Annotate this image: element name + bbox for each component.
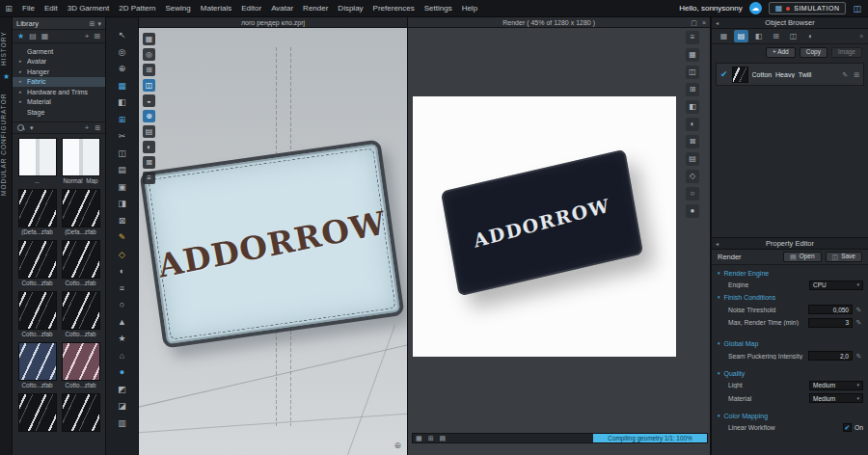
viewport-tool-icon[interactable]: ◫ [143,79,155,92]
menu-settings[interactable]: Settings [420,0,457,17]
collapse-panel-icon[interactable]: ◂ [716,20,719,26]
menu-render[interactable]: Render [298,0,333,17]
viewport-tool-icon[interactable]: ◎ [143,48,155,61]
close-window-icon[interactable]: × [702,19,706,26]
fabric-thumbnail[interactable] [18,189,57,228]
render-tool-icon[interactable]: ⊠ [686,135,699,148]
simulation-button[interactable]: ▦ SIMULATION [769,2,847,14]
section-collapse-icon[interactable]: ▾ [718,414,720,418]
viewport-canvas[interactable]: ▦ ◎ ⊞ ◫ ◒ ⊕ ▤ ◐ ⊠ ≡ ADDORROW ⊕ [139,28,407,455]
viewport-tool-icon[interactable]: ◐ [143,141,155,153]
viewport-tool-icon[interactable]: ⊠ [143,156,155,169]
section-collapse-icon[interactable]: ▾ [718,341,720,346]
library-item[interactable]: Cotto...zfab [17,291,57,340]
image-button[interactable]: Image [831,47,862,58]
library-item[interactable]: (Defa...zfab [61,189,100,238]
render-settings-icon[interactable]: ≡ [686,31,699,44]
history-tab[interactable]: HISTORY [0,23,13,73]
engine-select[interactable]: CPU ▾ [809,281,863,290]
library-item[interactable]: Cotto...zfab [17,240,57,289]
menu-editor[interactable]: Editor [236,0,266,17]
section-render-engine[interactable]: ▾ Render Engine [712,267,868,279]
menu-file[interactable]: File [17,0,40,17]
render-status-icon[interactable]: ▤ [440,435,447,442]
noise-threshold-input[interactable]: 0,050 [808,305,853,314]
library-item[interactable]: ... [17,138,57,187]
library-item[interactable] [61,393,100,442]
render-tool-icon[interactable]: ▦ [686,48,699,62]
fabric-thumbnail[interactable] [18,393,57,432]
render-tool-icon[interactable]: ▤ [686,152,699,166]
search-filter-caret-icon[interactable]: ▾ [30,124,34,131]
object-tab-icon[interactable]: ◧ [751,30,766,42]
tabstrip-handle-icon[interactable]: ≡ [859,33,863,40]
toolbar-icon[interactable]: ⊕ [115,63,130,75]
fabric-thumbnail[interactable] [18,240,57,279]
3d-viewport[interactable]: лого рендер кло.zprj ▦ ◎ ⊞ ◫ ◒ ⊕ ▤ ◐ ⊠ ≡… [139,17,407,455]
section-color-mapping[interactable]: ▾ Color Mapping [712,410,868,421]
toolbar-icon[interactable]: ◨ [115,198,130,210]
library-layout-icon[interactable]: ⊞ [90,20,95,27]
collapse-panel-icon[interactable]: ◂ [716,241,719,247]
toolbar-icon[interactable]: ▤ [115,164,130,176]
viewport-tool-icon[interactable]: ≡ [143,172,155,184]
toolbar-icon[interactable]: ● [115,366,130,379]
linear-workflow-checkbox[interactable]: ✔ [843,423,852,432]
selected-check-icon[interactable]: ✔ [720,70,728,79]
fabric-thumbnail[interactable] [18,138,57,176]
toolbar-icon[interactable]: ⌂ [115,350,130,362]
expand-arrow-icon[interactable]: ▸ [19,79,24,84]
folder-tab-icon[interactable]: ▤ [29,33,37,40]
copy-object-button[interactable]: Copy [800,47,827,58]
toolbar-icon[interactable]: ★ [115,333,130,345]
toolbar-icon[interactable]: ◪ [115,400,130,413]
cloud-sync-icon[interactable]: ☁ [749,2,762,14]
object-tab-icon[interactable]: ◐ [803,30,818,42]
axis-gizmo-icon[interactable]: ⊕ [393,441,401,450]
toolbar-icon[interactable]: ✎ [115,231,130,244]
render-tool-icon[interactable]: ◧ [686,100,699,114]
library-item[interactable]: Cotto...zfab [61,240,100,289]
grid-view-icon[interactable]: ⊞ [94,33,100,40]
toolbar-icon[interactable]: ▣ [115,181,130,194]
viewport-tool-icon[interactable]: ⊕ [143,110,155,122]
toolbar-icon[interactable]: ◧ [115,96,130,109]
library-item[interactable]: Cotto...zfab [61,342,100,391]
section-collapse-icon[interactable]: ▾ [718,295,720,300]
section-global-map[interactable]: ▾ Global Map [712,338,868,350]
render-tool-icon[interactable]: ● [686,204,699,218]
toolbar-icon[interactable]: ◐ [115,265,130,278]
view-mode-icon[interactable]: ⊞ [95,124,100,131]
section-collapse-icon[interactable]: ▾ [718,271,720,276]
menu-display[interactable]: Display [333,0,367,17]
save-preset-button[interactable]: ◫ Save [826,252,862,262]
render-tool-icon[interactable]: ○ [686,187,699,201]
library-item[interactable]: Normal_Map [61,138,100,187]
section-quality[interactable]: ▾ Quality [712,367,868,379]
toolbar-icon[interactable]: ◫ [115,147,130,160]
viewport-tool-icon[interactable]: ⊞ [143,64,155,76]
modular-configurator-tab[interactable]: MODULAR CONFIGURATOR [0,87,13,202]
fabric-thumbnail[interactable] [62,240,100,279]
max-render-time-input[interactable]: 3 [808,318,853,328]
app-icon[interactable]: ⊞ [0,4,17,13]
scissors-tool-icon[interactable]: ✂ [115,130,130,143]
fabric-thumbnail[interactable] [18,342,57,381]
viewport-tool-icon[interactable]: ▤ [143,125,155,138]
search-icon[interactable] [17,124,24,131]
fabric-patch-3d[interactable]: ADDORROW [139,139,404,348]
item-options-icon[interactable]: ⊞ [854,71,859,78]
toolbar-icon[interactable]: ◩ [115,384,130,396]
render-tool-icon[interactable]: ⊞ [686,83,699,96]
fabric-thumbnail[interactable] [62,342,100,381]
library-item[interactable]: Cotto...zfab [61,291,100,340]
add-object-button[interactable]: + Add [766,47,796,58]
fabric-thumbnail[interactable] [62,291,100,330]
menu-edit[interactable]: Edit [40,0,63,17]
add-library-icon[interactable]: + [85,33,90,40]
edit-value-icon[interactable]: ✎ [854,353,863,360]
fabric-thumbnail[interactable] [62,189,100,228]
menu-avatar[interactable]: Avatar [266,0,298,17]
toolbar-icon[interactable]: ◎ [115,46,130,59]
module-icon[interactable]: ◫ [853,4,861,13]
